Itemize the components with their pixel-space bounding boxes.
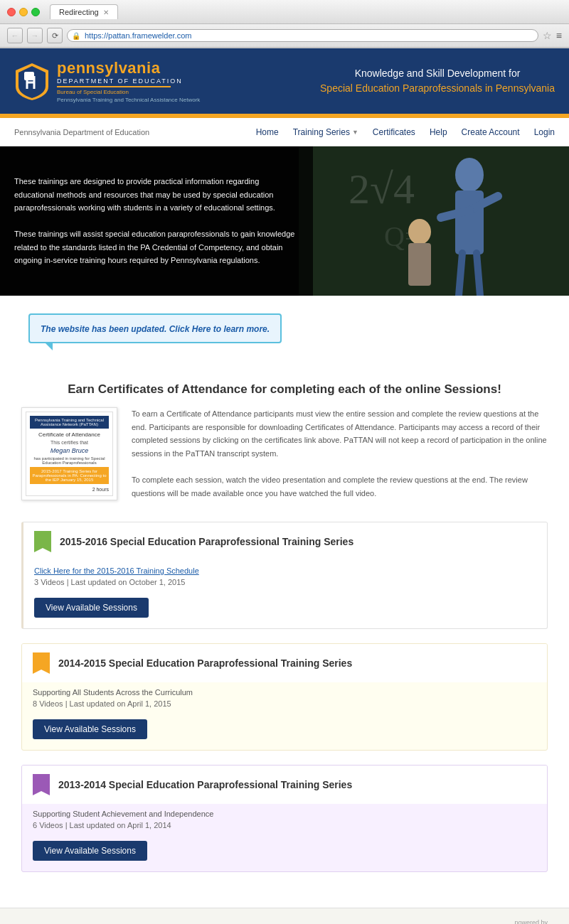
svg-rect-5 xyxy=(455,190,484,254)
cert-image-inner: Pennsylvania Training and Technical Assi… xyxy=(26,412,113,496)
cert-title-text: Certificate of Attendance xyxy=(30,431,109,438)
series-subtitle-2014-2015: Supporting All Students Across the Curri… xyxy=(33,688,536,697)
breadcrumb: Pennsylvania Department of Education xyxy=(14,128,149,136)
window-controls xyxy=(7,8,40,16)
nav-certificates[interactable]: Certificates xyxy=(373,127,415,137)
cert-header-text: Pennsylvania Training and Technical Assi… xyxy=(30,416,109,429)
close-window-button[interactable] xyxy=(7,8,16,16)
back-button[interactable]: ← xyxy=(7,28,23,43)
view-sessions-button-2013-2014[interactable]: View Available Sessions xyxy=(33,841,147,861)
bookmark-yellow-icon xyxy=(33,652,50,674)
cert-orange-text: 2015-2017 Training Series for Paraprofes… xyxy=(30,467,109,484)
series-link-2015-2016[interactable]: Click Here for the 2015-2016 Training Sc… xyxy=(34,566,536,575)
cert-hours-text: 2 hours xyxy=(30,487,109,492)
tagline-line1: Knowledge and Skill Development for xyxy=(320,66,555,81)
maximize-window-button[interactable] xyxy=(31,8,40,16)
svg-point-4 xyxy=(455,158,484,192)
series-card-2013-2014: 2013-2014 Special Education Paraprofessi… xyxy=(21,765,548,872)
address-bar[interactable]: 🔒 https://pattan.framewelder.com xyxy=(67,29,538,42)
header-tagline: Knowledge and Skill Development for Spec… xyxy=(320,66,555,96)
cert-desc-2: To complete each session, watch the vide… xyxy=(132,473,548,500)
lock-icon: 🔒 xyxy=(72,32,80,40)
view-sessions-button-2014-2015[interactable]: View Available Sessions xyxy=(33,719,147,739)
logo-sub2: Pennsylvania Training and Technical Assi… xyxy=(57,97,200,103)
logo-penn-text: pennsylvania xyxy=(57,59,200,77)
announcement-text: The website has been updated. Click Here… xyxy=(41,324,270,334)
series-subtitle-2013-2014: Supporting Student Achievement and Indep… xyxy=(33,810,536,818)
cert-name-text: Megan Bruce xyxy=(30,447,109,454)
certificates-heading: Earn Certificates of Attendance for comp… xyxy=(21,382,548,397)
series-meta-2015-2016: 3 Videos | Last updated on October 1, 20… xyxy=(34,578,536,586)
nav-help[interactable]: Help xyxy=(430,127,447,137)
browser-titlebar: Redirecting ✕ xyxy=(0,0,569,24)
nav-create-account[interactable]: Create Account xyxy=(462,127,520,137)
reload-button[interactable]: ⟳ xyxy=(47,28,63,43)
series-title-2013-2014: 2013-2014 Special Education Paraprofessi… xyxy=(58,779,352,790)
cert-subtitle-text: This certifies that xyxy=(30,440,109,445)
nav-home[interactable]: Home xyxy=(256,127,279,137)
nav-login[interactable]: Login xyxy=(534,127,555,137)
view-sessions-button-2015-2016[interactable]: View Available Sessions xyxy=(34,598,149,618)
nav-links: Home Training Series ▼ Certificates Help… xyxy=(256,127,555,137)
svg-rect-0 xyxy=(24,72,34,80)
powered-by-text: powered by xyxy=(514,919,548,924)
series-body-2013-2014: Supporting Student Achievement and Indep… xyxy=(22,804,547,871)
tab-title: Redirecting xyxy=(59,8,99,16)
hero-paragraph-2: These trainings will assist special educ… xyxy=(14,227,299,267)
announcement-banner[interactable]: The website has been updated. Click Here… xyxy=(28,313,282,343)
nav-training-series[interactable]: Training Series ▼ xyxy=(293,127,358,137)
logo-area: pennsylvania DEPARTMENT OF EDUCATION Bur… xyxy=(14,59,200,103)
hero-banner: 2√4 Q= These trainings are designed to p… xyxy=(0,146,569,296)
series-title-2014-2015: 2014-2015 Special Education Paraprofessi… xyxy=(58,657,352,669)
tab-close-button[interactable]: ✕ xyxy=(103,9,109,16)
footer-right: powered by ✓ encourse xyxy=(468,919,548,924)
url-text: https://pattan.framewelder.com xyxy=(85,31,191,40)
logo-text: pennsylvania DEPARTMENT OF EDUCATION Bur… xyxy=(57,59,200,103)
cert-image-box: Pennsylvania Training and Technical Assi… xyxy=(21,407,117,500)
logo-sub1: Bureau of Special Education xyxy=(57,89,200,95)
site-header: pennsylvania DEPARTMENT OF EDUCATION Bur… xyxy=(0,48,569,114)
cert-section: Pennsylvania Training and Technical Assi… xyxy=(21,407,548,500)
bookmark-purple-icon xyxy=(33,774,50,795)
series-body-2015-2016: Click Here for the 2015-2016 Training Sc… xyxy=(23,561,547,628)
forward-button[interactable]: → xyxy=(27,28,43,43)
series-card-2014-2015: 2014-2015 Special Education Paraprofessi… xyxy=(21,643,548,751)
cert-body-text: has participated in training for Special… xyxy=(30,456,109,465)
hero-paragraph-1: These trainings are designed to provide … xyxy=(14,175,299,215)
browser-tab[interactable]: Redirecting ✕ xyxy=(50,4,118,19)
hero-overlay: These trainings are designed to provide … xyxy=(0,146,313,296)
cert-desc-1: To earn a Certificate of Attendance part… xyxy=(132,407,548,461)
tagline-line2: Special Education Paraprofessionals in P… xyxy=(320,82,555,94)
minimize-window-button[interactable] xyxy=(19,8,28,16)
pennsylvania-shield-logo xyxy=(14,62,50,101)
browser-chrome: Redirecting ✕ ← → ⟳ 🔒 https://pattan.fra… xyxy=(0,0,569,48)
series-meta-2013-2014: 6 Videos | Last updated on April 1, 2014 xyxy=(33,821,536,829)
cert-description: To earn a Certificate of Attendance part… xyxy=(132,407,548,500)
training-series-dropdown-icon: ▼ xyxy=(352,129,358,136)
logo-dept-text: DEPARTMENT OF EDUCATION xyxy=(57,77,200,85)
main-content: Earn Certificates of Attendance for comp… xyxy=(0,368,569,908)
site-nav: Pennsylvania Department of Education Hom… xyxy=(0,118,569,146)
site-wrapper: pennsylvania DEPARTMENT OF EDUCATION Bur… xyxy=(0,48,569,924)
site-footer: Home Create Account Login All courses an… xyxy=(0,908,569,924)
bookmark-button[interactable]: ☆ xyxy=(543,30,552,41)
series-body-2014-2015: Supporting All Students Across the Curri… xyxy=(22,682,547,750)
svg-line-9 xyxy=(477,253,480,296)
announcement-container: The website has been updated. Click Here… xyxy=(0,296,569,368)
series-title-2015-2016: 2015-2016 Special Education Paraprofessi… xyxy=(60,536,353,547)
svg-rect-11 xyxy=(408,243,431,286)
svg-text:2√4: 2√4 xyxy=(349,166,415,213)
series-meta-2014-2015: 8 Videos | Last updated on April 1, 2015 xyxy=(33,699,536,708)
series-header-2015-2016: 2015-2016 Special Education Paraprofessi… xyxy=(23,522,547,561)
series-header-2014-2015: 2014-2015 Special Education Paraprofessi… xyxy=(22,644,547,682)
svg-line-8 xyxy=(459,253,462,296)
bookmark-green-icon xyxy=(34,531,51,552)
svg-point-10 xyxy=(408,219,431,245)
menu-button[interactable]: ≡ xyxy=(556,30,562,41)
series-card-2015-2016: 2015-2016 Special Education Paraprofessi… xyxy=(21,522,548,629)
browser-toolbar: ← → ⟳ 🔒 https://pattan.framewelder.com ☆… xyxy=(0,24,569,48)
series-header-2013-2014: 2013-2014 Special Education Paraprofessi… xyxy=(22,765,547,804)
